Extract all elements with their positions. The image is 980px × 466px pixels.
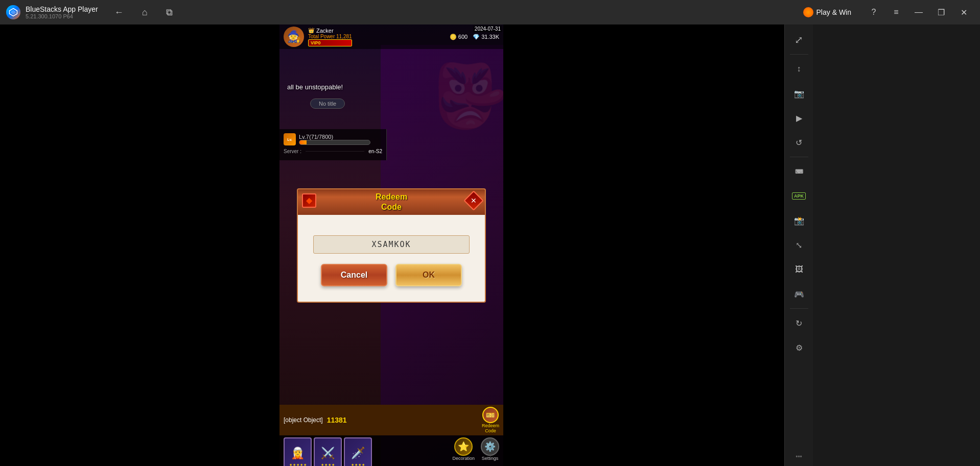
server-row: Server : en-S2 — [284, 149, 382, 154]
sidebar-camera-icon[interactable]: 📷 — [788, 82, 810, 105]
game-timestamp: 2024-07-31 — [473, 26, 502, 32]
title-bar-nav: ← ⌂ ⧉ — [110, 5, 177, 20]
level-value: Lv.7(71/7800) — [299, 134, 370, 140]
app-title: BlueStacks App Player — [26, 5, 98, 13]
hero-slots-row1: 🧝 ★★★★★ ⚔️ ★★★★ 🗡️ ★★★★ — [279, 435, 503, 466]
server-label: Server : — [284, 149, 301, 154]
title-bar-left: BlueStacks App Player 5.21.300.1070 P64 — [6, 5, 98, 19]
sidebar-keyboard-icon[interactable]: ⌨ — [788, 160, 810, 183]
vip-badge: VIP0 — [308, 39, 352, 46]
level-progress-bar — [299, 140, 370, 145]
sidebar-game-icon[interactable]: 🎮 — [788, 283, 810, 305]
play-win-icon — [803, 7, 813, 17]
hero-slot-1[interactable]: 🧝 ★★★★★ — [284, 437, 312, 466]
game-currency: 🪙 600 💎 31.33K — [450, 34, 499, 40]
crown-icon: 👑 — [308, 28, 314, 33]
decoration-label: Decoration — [452, 456, 475, 461]
sidebar-divider-3 — [790, 308, 808, 309]
dialog-close-left[interactable]: ◆ — [302, 193, 316, 208]
main-content: 👺 🧙 👑 Zacker Total Power 11,281 VIP0 🪙 6… — [0, 24, 980, 466]
dialog-header: ◆ RedeemCode ✕ — [297, 188, 486, 215]
minimize-button[interactable]: — — [908, 4, 929, 20]
hero-1-icon: 🧝 — [291, 447, 305, 460]
hero-3-icon: 🗡️ — [351, 447, 365, 460]
redeem-bottom-icon: 🎫 — [482, 407, 499, 423]
window-controls: ? ≡ — ❐ ✕ — [864, 4, 974, 20]
sidebar-resize-icon[interactable]: ⤡ — [788, 234, 810, 256]
left-area — [0, 24, 279, 466]
sidebar-vertical-scroll-icon[interactable]: ↕ — [788, 58, 810, 80]
game-bottom: [object Object] 11381 🎫 Redeem Code 🧝 ★★… — [279, 405, 503, 466]
power-value: 11381 — [327, 416, 347, 424]
currency-coins: 🪙 600 — [450, 34, 468, 40]
level-panel: Lv. Lv.7(71/7800) Server : en-S2 — [279, 129, 387, 160]
player-avatar: 🧙 — [284, 27, 304, 47]
settings-gear-icon: ⚙️ — [481, 437, 499, 456]
dialog-title: RedeemCode — [376, 192, 407, 211]
redeem-bottom-label: Redeem — [482, 423, 499, 428]
hero-3-stars: ★★★★ — [345, 463, 371, 466]
title-bar-right: Play & Win ? ≡ — ❐ ✕ — [803, 4, 974, 20]
play-win-button[interactable]: Play & Win — [803, 7, 851, 17]
sidebar-video-icon[interactable]: ▶ — [788, 107, 810, 129]
level-row: Lv. Lv.7(71/7800) — [284, 133, 382, 145]
tabs-button[interactable]: ⧉ — [162, 5, 177, 20]
restore-button[interactable]: ❐ — [931, 4, 951, 20]
bluestacks-logo — [6, 5, 20, 19]
title-bar: BlueStacks App Player 5.21.300.1070 P64 … — [0, 0, 980, 24]
settings-label: Settings — [482, 456, 499, 461]
hero-2-icon: ⚔️ — [321, 447, 335, 460]
hero-2-stars: ★★★★ — [315, 463, 341, 466]
svg-marker-1 — [11, 10, 16, 15]
hero-slot-3[interactable]: 🗡️ ★★★★ — [344, 437, 372, 466]
dialog-buttons: Cancel OK — [313, 264, 470, 286]
decoration-icon: ⭐ — [454, 437, 473, 456]
level-icon: Lv. — [284, 133, 296, 145]
back-button[interactable]: ← — [110, 5, 128, 20]
no-title-badge: No title — [310, 99, 345, 109]
power-bar: [object Object] 11381 🎫 Redeem Code — [279, 405, 503, 435]
sidebar-divider-2 — [790, 157, 808, 157]
gem-icon: 💎 — [473, 34, 480, 40]
ok-button[interactable]: OK — [395, 264, 462, 286]
right-area — [503, 24, 784, 466]
hero-1-stars: ★★★★★ — [285, 463, 311, 466]
coin-icon: 🪙 — [450, 34, 457, 40]
redeem-dialog: ◆ RedeemCode ✕ Cancel OK — [297, 188, 486, 303]
help-button[interactable]: ? — [864, 4, 884, 20]
sidebar-expand-icon[interactable]: ⤢ — [788, 29, 810, 51]
redeem-code-bottom-btn[interactable]: 🎫 Redeem Code — [482, 407, 499, 433]
power-label: [object Object] — [284, 416, 323, 424]
currency-gems: 💎 31.33K — [473, 34, 499, 40]
player-power: Total Power 11,281 — [308, 34, 352, 39]
dialog-close-button[interactable]: ✕ — [463, 190, 484, 211]
server-value: en-S2 — [368, 149, 382, 154]
sidebar-sync-icon[interactable]: ↻ — [788, 312, 810, 334]
sidebar-more-icon[interactable]: ••• — [788, 452, 810, 462]
settings-button[interactable]: ⚙️ Settings — [481, 437, 499, 466]
home-button[interactable]: ⌂ — [138, 5, 152, 20]
sidebar-screenshot-icon[interactable]: 📸 — [788, 209, 810, 232]
redeem-bottom-label2: Code — [485, 428, 496, 433]
player-name: 👑 Zacker — [308, 28, 352, 34]
game-top-bar: 🧙 👑 Zacker Total Power 11,281 VIP0 🪙 600… — [279, 24, 503, 49]
sidebar-divider-1 — [790, 54, 808, 55]
redeem-code-input[interactable] — [313, 235, 470, 254]
dialog-body: Cancel OK — [297, 215, 486, 303]
level-progress-fill — [299, 140, 307, 144]
player-info: 👑 Zacker Total Power 11,281 VIP0 — [308, 28, 352, 46]
game-area[interactable]: 👺 🧙 👑 Zacker Total Power 11,281 VIP0 🪙 6… — [279, 24, 503, 466]
right-sidebar: ⤢ ↕ 📷 ▶ ↺ ⌨ APK 📸 ⤡ 🖼 🎮 — [784, 24, 813, 466]
cancel-button[interactable]: Cancel — [321, 264, 387, 286]
sidebar-apk-icon[interactable]: APK — [788, 185, 810, 207]
menu-button[interactable]: ≡ — [886, 4, 906, 20]
sidebar-settings-icon[interactable]: ⚙ — [788, 336, 810, 359]
sidebar-photo-icon[interactable]: 🖼 — [788, 258, 810, 281]
hero-slot-2[interactable]: ⚔️ ★★★★ — [314, 437, 342, 466]
sidebar-rotate-icon[interactable]: ↺ — [788, 131, 810, 154]
game-subtitle: all be unstoppable! — [287, 83, 343, 91]
play-win-label: Play & Win — [816, 8, 851, 16]
app-version: 5.21.300.1070 P64 — [26, 13, 98, 19]
close-button[interactable]: ✕ — [953, 4, 974, 20]
decoration-button[interactable]: ⭐ Decoration — [452, 437, 475, 466]
